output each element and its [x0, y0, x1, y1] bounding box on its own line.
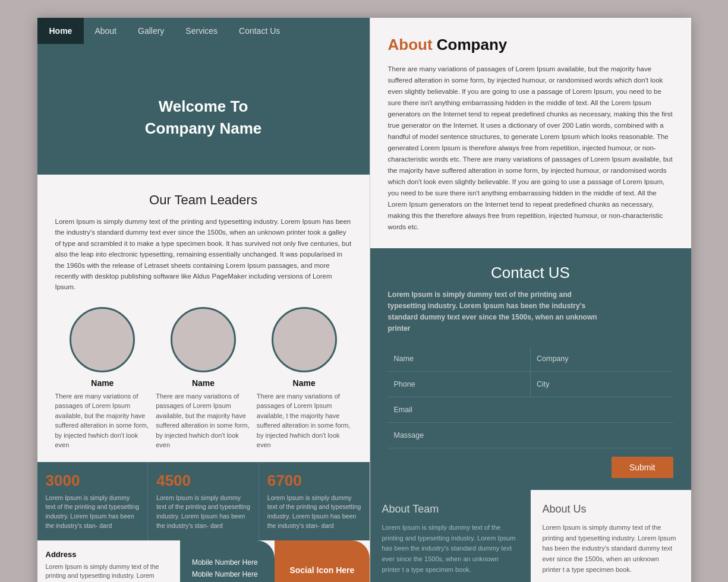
nav-contact[interactable]: Contact Us [228, 18, 291, 44]
footer-address: Address Lorem Ipsum is simply dummy text… [37, 540, 180, 582]
team-heading: Our Team Leaders [55, 192, 352, 208]
about-team-text: Lorem Ipsum is simply dummy text of the … [382, 523, 519, 575]
footer-section: Address Lorem Ipsum is simply dummy text… [37, 540, 370, 582]
stat-number-2: 4500 [156, 472, 250, 490]
footer-phone-1[interactable]: Mobile Number Here [192, 558, 263, 567]
submit-row: Submit [388, 448, 673, 478]
member-desc-1: There are many variations of passages of… [55, 391, 150, 450]
about-text: There are many variations of passages of… [388, 64, 673, 233]
member-card-3: Name There are many variations of passag… [257, 307, 352, 450]
about-team-title: About Team [382, 503, 519, 515]
hero-title: Welcome To Company Name [145, 96, 262, 139]
footer-address-title: Address [46, 550, 172, 559]
member-desc-2: There are many variations of passages of… [156, 391, 251, 450]
stat-text-3: Lorem Ipsum is simply dummy text of the … [267, 494, 361, 531]
nav-about[interactable]: About [84, 18, 127, 44]
stat-number-1: 3000 [46, 472, 140, 490]
contact-section: Contact US Lorem Ipsum is simply dummy t… [370, 248, 691, 491]
contact-form: Name Company Phone City Email Massage Su… [388, 346, 673, 478]
about-section: About Company There are many variations … [370, 18, 691, 248]
footer-right: Mobile Number Here Mobile Number Here So… [180, 540, 370, 582]
about-us-block: About Us Lorem Ipsum is simply dummy tex… [531, 490, 691, 582]
form-row-massage[interactable]: Massage [388, 423, 673, 448]
stat-item-2: 4500 Lorem Ipsum is simply dummy text of… [148, 462, 259, 540]
form-field-phone[interactable]: Phone [388, 372, 531, 397]
stats-section: 3000 Lorem Ipsum is simply dummy text of… [37, 462, 370, 540]
page-wrapper: Home About Gallery Services Contact Us W… [37, 18, 691, 582]
member-avatar-3 [272, 307, 337, 372]
member-desc-3: There are many variations of passages of… [257, 391, 352, 450]
member-name-2: Name [192, 378, 215, 388]
nav-services[interactable]: Services [175, 18, 228, 44]
form-field-company[interactable]: Company [531, 346, 673, 371]
footer-social-text: Social Icon Here [289, 565, 354, 575]
team-section: Our Team Leaders Lorem Ipsum is simply d… [37, 175, 370, 462]
member-name-3: Name [293, 378, 316, 388]
team-members: Name There are many variations of passag… [55, 307, 352, 450]
nav-bar: Home About Gallery Services Contact Us [37, 18, 370, 44]
stat-text-2: Lorem Ipsum is simply dummy text of the … [156, 494, 250, 531]
about-heading-company: Company [437, 36, 507, 53]
right-panel: About Company There are many variations … [370, 18, 691, 582]
form-field-name[interactable]: Name [388, 346, 531, 371]
footer-social[interactable]: Social Icon Here [275, 540, 369, 582]
nav-home[interactable]: Home [37, 18, 84, 44]
hero-line2: Company Name [145, 119, 262, 137]
bottom-right: About Team Lorem Ipsum is simply dummy t… [370, 490, 691, 582]
contact-subtext: Lorem Ipsum is simply dummy text of the … [388, 289, 602, 335]
member-card-2: Name There are many variations of passag… [156, 307, 251, 450]
team-description: Lorem Ipsum is simply dummy text of the … [55, 216, 352, 293]
left-panel: Home About Gallery Services Contact Us W… [37, 18, 370, 582]
footer-address-text: Lorem Ipsum is simply dummy text of the … [46, 562, 172, 582]
footer-contact-block: Mobile Number Here Mobile Number Here [180, 540, 275, 582]
member-avatar-1 [70, 307, 135, 372]
member-name-1: Name [91, 378, 114, 388]
nav-gallery[interactable]: Gallery [127, 18, 175, 44]
about-us-title: About Us [543, 503, 679, 515]
form-row-1: Name Company [388, 346, 673, 372]
member-avatar-2 [171, 307, 236, 372]
stat-item-1: 3000 Lorem Ipsum is simply dummy text of… [37, 462, 149, 540]
contact-heading: Contact US [388, 264, 673, 282]
hero-line1: Welcome To [159, 97, 248, 115]
submit-button[interactable]: Submit [612, 457, 673, 478]
footer-phone-2[interactable]: Mobile Number Here [192, 570, 263, 578]
stat-number-3: 6700 [267, 472, 361, 490]
about-team-block: About Team Lorem Ipsum is simply dummy t… [370, 490, 531, 582]
about-us-text: Lorem Ipsum is simply dummy text of the … [543, 523, 679, 575]
about-heading: About Company [388, 36, 673, 54]
form-row-2: Phone City [388, 372, 673, 397]
about-heading-colored: About [388, 36, 433, 53]
stat-item-3: 6700 Lorem Ipsum is simply dummy text of… [259, 462, 370, 540]
member-card-1: Name There are many variations of passag… [55, 307, 150, 450]
form-row-email[interactable]: Email [388, 397, 673, 423]
stat-text-1: Lorem Ipsum is simply dummy text of the … [46, 494, 140, 531]
form-field-city[interactable]: City [531, 372, 673, 397]
hero-section: Welcome To Company Name [37, 44, 370, 175]
